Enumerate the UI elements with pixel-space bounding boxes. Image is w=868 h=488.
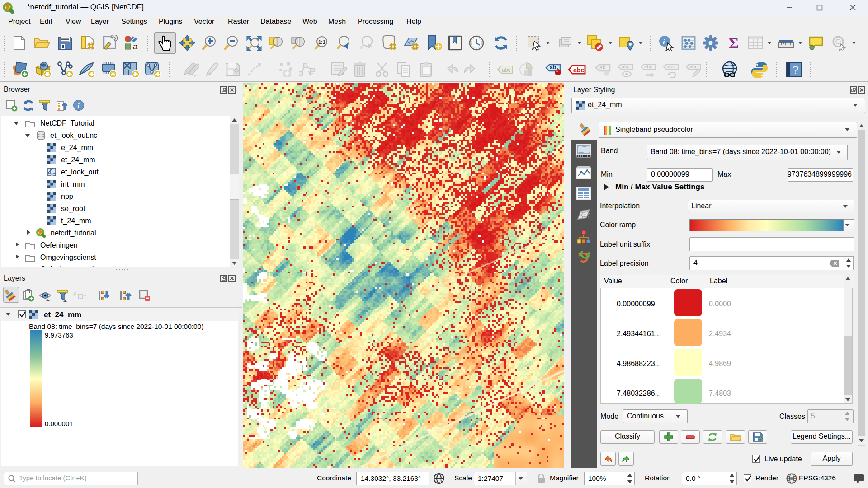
svg-text:1:1: 1:1 (318, 39, 326, 45)
svg-text:ε: ε (73, 289, 77, 298)
svg-text:abc: abc (667, 64, 675, 69)
svg-text:a: a (133, 42, 138, 51)
svg-text:abc: abc (622, 64, 630, 69)
svg-text:Σ: Σ (729, 35, 739, 51)
svg-text:abc: abc (573, 66, 584, 74)
svg-text:abc: abc (644, 64, 652, 69)
svg-text:ab: ab (599, 64, 606, 70)
svg-text:ab: ab (550, 64, 556, 70)
svg-text:?: ? (793, 64, 798, 76)
svg-text:abc: abc (689, 64, 698, 69)
svg-text:abc: abc (502, 67, 510, 73)
svg-text:i: i (663, 38, 665, 46)
svg-text:i: i (77, 102, 80, 110)
